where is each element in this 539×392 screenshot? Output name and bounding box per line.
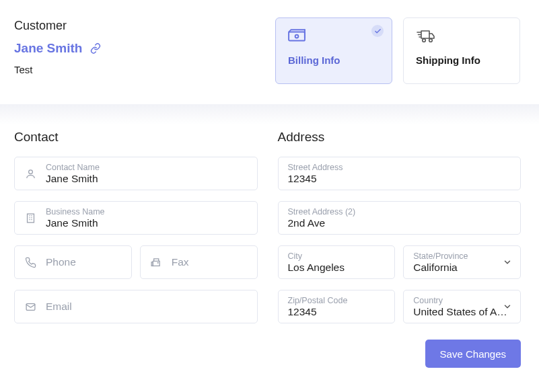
street-address-input[interactable]	[288, 173, 511, 185]
field-label: Email	[46, 301, 248, 313]
tab-shipping-info[interactable]: Shipping Info	[403, 17, 520, 84]
section-divider	[0, 104, 539, 124]
svg-point-18	[157, 262, 158, 263]
save-changes-button[interactable]: Save Changes	[425, 340, 521, 368]
city-input[interactable]	[288, 262, 386, 274]
field-label: Street Address	[288, 163, 511, 173]
field-label: Street Address (2)	[288, 207, 511, 217]
state-select[interactable]: State/Province	[403, 245, 521, 279]
field-label: Contact Name	[46, 163, 248, 173]
field-label: Country	[413, 296, 511, 306]
field-label: Phone	[46, 256, 122, 268]
svg-rect-2	[421, 31, 429, 38]
customer-name-link[interactable]: Jane Smith	[14, 41, 82, 56]
street-address-2-input[interactable]	[288, 217, 511, 229]
tab-billing-info[interactable]: Billing Info	[275, 17, 392, 84]
customer-heading: Customer	[14, 19, 101, 33]
email-field[interactable]: Email	[14, 290, 258, 323]
country-select[interactable]: Country	[403, 290, 521, 323]
banknote-icon	[288, 29, 380, 45]
street-address-2-field[interactable]: Street Address (2)	[278, 201, 522, 235]
city-field[interactable]: City	[278, 245, 396, 279]
mail-icon	[24, 301, 36, 313]
svg-rect-16	[153, 261, 160, 266]
phone-icon	[24, 257, 36, 268]
field-label: Business Name	[46, 207, 248, 217]
customer-subtext: Test	[14, 64, 101, 75]
field-label: Fax	[172, 256, 248, 268]
svg-point-1	[295, 35, 299, 38]
link-icon	[90, 43, 101, 54]
country-value[interactable]	[413, 306, 511, 318]
business-name-input[interactable]	[46, 217, 248, 229]
phone-field[interactable]: Phone	[14, 245, 132, 279]
zip-input[interactable]	[288, 306, 386, 318]
svg-rect-17	[151, 262, 153, 266]
contact-section-title: Contact	[14, 130, 258, 145]
svg-point-3	[423, 39, 426, 42]
truck-icon	[416, 29, 507, 45]
business-name-field[interactable]: Business Name	[14, 201, 258, 235]
fax-field[interactable]: Fax	[140, 245, 258, 279]
field-label: Zip/Postal Code	[288, 296, 386, 306]
svg-rect-0	[289, 32, 305, 41]
contact-name-input[interactable]	[46, 173, 248, 185]
person-icon	[24, 168, 36, 180]
svg-point-4	[429, 39, 433, 42]
building-icon	[24, 212, 36, 224]
fax-icon	[150, 257, 162, 268]
street-address-field[interactable]: Street Address	[278, 157, 522, 190]
contact-name-field[interactable]: Contact Name	[14, 157, 258, 190]
field-label: City	[288, 251, 386, 262]
zip-field[interactable]: Zip/Postal Code	[278, 290, 396, 323]
address-section-title: Address	[278, 130, 522, 145]
tab-title: Billing Info	[288, 54, 380, 66]
field-label: State/Province	[413, 251, 511, 262]
state-value[interactable]	[413, 262, 511, 274]
check-icon	[371, 25, 384, 37]
svg-point-8	[28, 169, 32, 173]
tab-title: Shipping Info	[416, 54, 507, 66]
svg-rect-9	[27, 214, 34, 223]
